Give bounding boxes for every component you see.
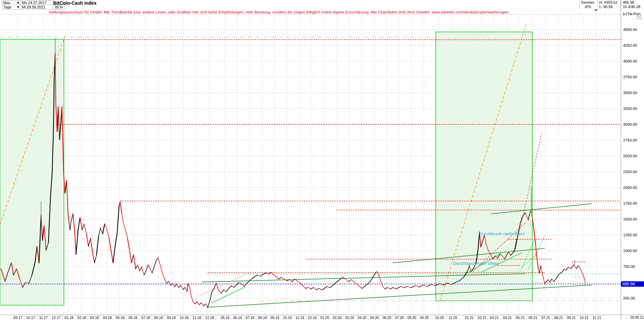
chevron-down-icon: [17, 6, 20, 8]
current-price-tag: 485.98: [621, 281, 644, 287]
time-axis-label: 10.18: [177, 315, 191, 320]
price-axis-label: 4500.00: [623, 28, 637, 32]
price-axis-label: 1250.00: [623, 233, 637, 237]
broker-label: JFD: [584, 5, 591, 9]
time-axis-label: 09.21: [565, 315, 578, 320]
time-axis-label: 12.18: [203, 315, 216, 320]
price-axis-label: 3250.00: [623, 107, 637, 111]
time-axis-label: 03.20: [343, 315, 356, 320]
time-axis-label: 04.20: [355, 315, 369, 320]
range-dropdown[interactable]: Max: [2, 0, 21, 5]
time-axis-label: 07.19: [243, 315, 257, 320]
time-axis-label: 07.18: [139, 315, 152, 320]
collapse-panel-button[interactable]: −: [637, 15, 641, 19]
time-axis-label: 09.19: [268, 315, 282, 320]
price-axis-label: 250.00: [623, 296, 635, 300]
time-axis-label: 10.17: [24, 315, 37, 320]
price-axis-label: 2000.00: [623, 186, 637, 190]
time-axis-label: 11.17: [37, 315, 50, 320]
time-axis-label: 05.18: [113, 315, 127, 320]
price-axis-label: 3500.00: [623, 91, 637, 95]
price-axis-label: 4250.00: [623, 43, 637, 47]
time-axis-label: 08.18: [152, 315, 165, 320]
price-chart-canvas: [0, 0, 644, 320]
date-from-field[interactable]: Mo 24.07.2017: [21, 0, 54, 5]
date-to-field[interactable]: Mi 29.09.2021: [21, 5, 54, 9]
time-axis-label: 07.20: [393, 315, 406, 320]
time-axis-label: 09.20: [418, 315, 431, 320]
time-axis-label: 01.20: [318, 315, 331, 320]
time-axis-label: 02.18: [75, 315, 88, 320]
time-axis-label: 06.18: [126, 315, 140, 320]
time-axis-label: 08.20: [405, 315, 419, 320]
time-axis-label: 05.21: [513, 315, 527, 320]
time-axis-label: 11.21: [590, 315, 604, 320]
time-axis-label: 01.18: [62, 315, 76, 320]
time-axis-label: 09.18: [165, 315, 178, 320]
price-axis-label: 750.00: [623, 265, 635, 269]
time-axis-label: 05.19: [218, 315, 232, 320]
top-ruler: [0, 14, 621, 15]
range-dropdown-label: Max: [3, 1, 10, 5]
time-axis-label: 06.21: [526, 315, 540, 320]
price-axis-label: 1750.00: [623, 201, 637, 205]
chevron-down-icon: [17, 2, 20, 4]
date-from-value: Mo 24.07.2017: [22, 1, 46, 5]
time-axis-label: 06.19: [231, 315, 244, 320]
price-axis-label: 4000.00: [623, 59, 637, 63]
time-axis-label: 04.18: [101, 315, 114, 320]
page-title: BitCoin-Cash Index: [53, 0, 97, 6]
price-axis-label: 2750.00: [623, 138, 637, 142]
time-axis-label: 03.18: [88, 315, 101, 320]
time-axis-label: 11.18: [190, 315, 204, 320]
axis-corner-dash: -: [623, 315, 630, 320]
time-axis-label: 12.19: [306, 315, 319, 320]
header-divider: [579, 0, 580, 9]
time-axis-label: 09.17: [11, 315, 25, 320]
time-axis-label: 02.20: [330, 315, 344, 320]
price-axis-label: 1000.00: [623, 249, 637, 253]
price-axis-label: 2250.00: [623, 170, 637, 174]
market-label: Devisen: [581, 0, 595, 4]
time-axis-line: [0, 315, 644, 315]
breakout-annotation: Durchbruch nach oben!: [479, 231, 525, 236]
time-axis-label: 07.21: [539, 315, 552, 320]
minus-icon: −: [638, 15, 640, 18]
time-axis-label: 01.21: [463, 315, 476, 320]
indicator-values: 10.3/45.28: [623, 5, 640, 9]
low-value: L: 80.58: [599, 5, 613, 9]
time-axis-label: 10.19: [281, 315, 294, 320]
header-divider: [620, 0, 620, 9]
time-axis-label: 08.21: [552, 315, 565, 320]
period-dropdown-label: Tage: [3, 5, 11, 9]
breakout-annotation: Durchbruch nach oben!: [453, 261, 499, 266]
time-axis-label: 06.20: [380, 315, 394, 320]
time-axis-label: 11.19: [293, 315, 307, 320]
date-to-value: Mi 29.09.2021: [22, 5, 45, 9]
time-axis-label: 08.19: [256, 315, 269, 320]
time-axis-label: 03.21: [488, 315, 501, 320]
last-date-label: 29.09.21: [630, 315, 644, 320]
high-value: H: 4355.62: [599, 0, 617, 4]
trend-zone-boxes: [0, 32, 532, 305]
time-axis-label: 10.21: [577, 315, 591, 320]
disclaimer-text: Haftungsausschluss für Inhalte: Alle Tre…: [49, 10, 509, 14]
time-axis-label: 10.20: [433, 315, 446, 320]
time-axis-label: 05.20: [368, 315, 381, 320]
last-price-value: 485.98: [623, 0, 634, 4]
time-axis-label: 11.20: [446, 315, 460, 320]
price-axis-line: [621, 0, 621, 320]
price-axis-label: 3000.00: [623, 122, 637, 126]
time-axis-label: 04.21: [501, 315, 514, 320]
price-axis-label: 3750.00: [623, 75, 637, 79]
period-dropdown[interactable]: Tage: [2, 5, 21, 9]
time-axis-label: 12.17: [49, 315, 63, 320]
header-divider: [598, 0, 598, 9]
price-axis-label: 1500.00: [623, 217, 637, 221]
time-axis-label: 02.21: [475, 315, 489, 320]
taipan-chart-window: Max Mo 24.07.2017 Tage Mi 29.09.2021 BCH…: [0, 0, 644, 320]
trend-down-triangle-icon: [594, 9, 598, 11]
price-axis-label: 2500.00: [623, 154, 637, 158]
